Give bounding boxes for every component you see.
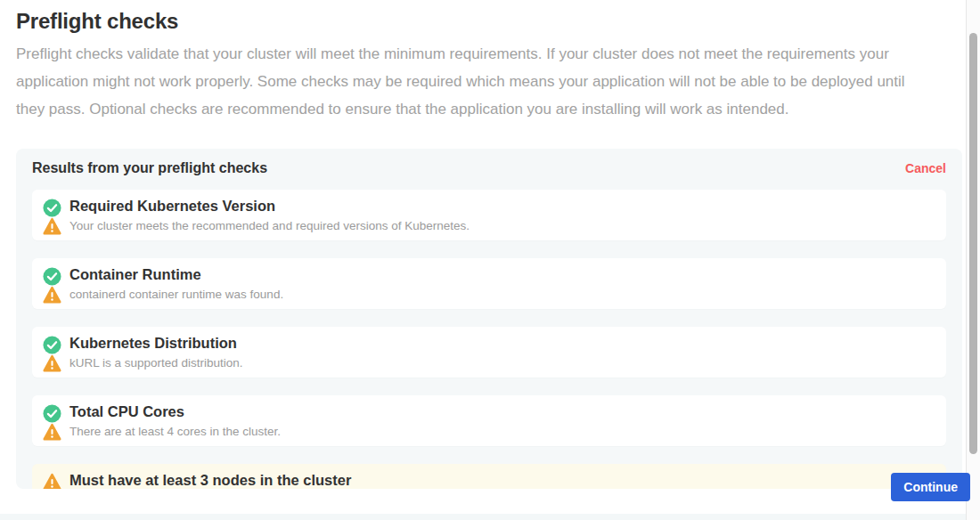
page-description: Preflight checks validate that your clus… (16, 40, 930, 123)
preflight-results-list: Required Kubernetes Version Your cluster… (16, 190, 962, 489)
cancel-button[interactable]: Cancel (905, 161, 946, 175)
check-circle-icon (43, 267, 61, 286)
check-title: Kubernetes Distribution (69, 335, 243, 352)
check-message: kURL is a supported distribution. (69, 356, 243, 370)
check-status-icon (43, 404, 61, 423)
bottom-strip (0, 514, 980, 520)
preflight-results-panel: Results from your preflight checks Cance… (16, 149, 962, 489)
check-status-icon (43, 336, 61, 354)
warning-triangle-icon (43, 217, 61, 236)
preflight-check-item: Must have at least 3 nodes in the cluste… (32, 464, 946, 489)
check-message: There are at least 4 cores in the cluste… (69, 425, 281, 438)
check-title: Required Kubernetes Version (69, 198, 470, 215)
check-text: Must have at least 3 nodes in the cluste… (69, 472, 351, 489)
check-circle-icon (43, 336, 61, 354)
check-title: Total CPU Cores (69, 403, 281, 420)
page-title: Preflight checks (16, 9, 980, 34)
warning-triangle-icon (43, 354, 61, 373)
warning-triangle-icon (43, 286, 61, 305)
preflight-check-item: Total CPU Cores There are at least 4 cor… (32, 395, 946, 446)
preflight-check-item: Kubernetes Distribution kURL is a suppor… (32, 327, 946, 378)
check-text: Container Runtime containerd container r… (69, 266, 283, 301)
check-circle-icon (43, 404, 61, 423)
check-title: Container Runtime (69, 266, 283, 283)
preflight-check-item: Container Runtime containerd container r… (32, 258, 946, 309)
preflight-check-item: Required Kubernetes Version Your cluster… (32, 190, 946, 240)
check-circle-icon (43, 199, 61, 217)
check-status-icon (43, 473, 61, 489)
panel-header: Results from your preflight checks Cance… (16, 149, 962, 176)
check-title: Must have at least 3 nodes in the cluste… (69, 472, 351, 489)
check-text: Kubernetes Distribution kURL is a suppor… (69, 335, 243, 370)
vertical-scrollbar[interactable] (966, 0, 980, 520)
check-message: containerd container runtime was found. (69, 288, 283, 301)
check-text: Required Kubernetes Version Your cluster… (69, 198, 470, 232)
warning-triangle-icon (43, 473, 61, 489)
check-status-icon (43, 267, 61, 286)
continue-button[interactable]: Continue (891, 473, 970, 501)
warning-triangle-icon (43, 423, 61, 442)
check-status-icon (43, 199, 61, 217)
panel-heading: Results from your preflight checks (32, 160, 267, 176)
scrollbar-thumb[interactable] (969, 33, 977, 454)
check-message: Your cluster meets the recommended and r… (69, 219, 470, 232)
check-text: Total CPU Cores There are at least 4 cor… (69, 403, 281, 438)
